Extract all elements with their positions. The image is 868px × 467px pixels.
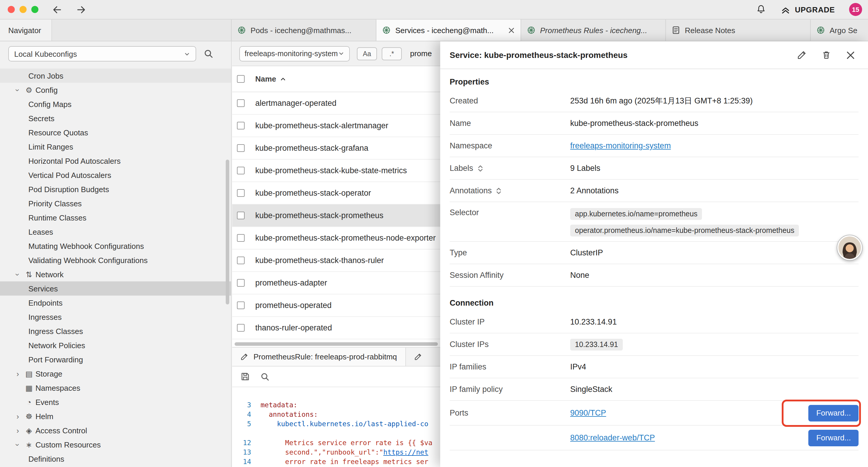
- row-checkbox[interactable]: [237, 212, 245, 219]
- sidebar-item-label: Resource Quotas: [28, 128, 88, 137]
- namespace-link[interactable]: freeleaps-monitoring-system: [570, 141, 671, 150]
- code-text: Metrics service error rate is {{ $va: [260, 438, 433, 447]
- line-number: 3: [232, 400, 260, 410]
- port-link[interactable]: 9090/TCP: [570, 408, 606, 417]
- sidebar-item-label: Ingresses: [28, 313, 62, 321]
- detail-body: Properties Created 253d 16h 6m ago (2025…: [440, 69, 868, 467]
- save-icon[interactable]: [241, 372, 250, 381]
- section-heading-properties: Properties: [450, 78, 859, 86]
- zoom-window-button[interactable]: [31, 6, 38, 13]
- sidebar-item[interactable]: Port Forwarding: [0, 352, 231, 367]
- sidebar-item[interactable]: Validating Webhook Configurations: [0, 253, 231, 267]
- row-checkbox[interactable]: [237, 324, 245, 332]
- row-checkbox[interactable]: [237, 189, 245, 197]
- sidebar-item[interactable]: ⚙ Config: [0, 83, 231, 97]
- detail-row-labels: Labels 9 Labels: [450, 157, 859, 180]
- sidebar-item[interactable]: Services: [0, 282, 231, 296]
- sidebar-item[interactable]: Mutating Webhook Configurations: [0, 239, 231, 253]
- sidebar-item[interactable]: Horizontal Pod Autoscalers: [0, 154, 231, 168]
- row-checkbox[interactable]: [237, 167, 245, 174]
- close-icon[interactable]: [846, 51, 855, 59]
- sidebar-item[interactable]: ▤ Storage: [0, 367, 231, 381]
- sidebar-item-label: Runtime Classes: [28, 213, 87, 222]
- tab-label: Release Notes: [685, 26, 735, 35]
- back-button[interactable]: [52, 4, 63, 15]
- upgrade-button[interactable]: UPGRADE: [780, 4, 835, 14]
- detail-label: Ports: [450, 408, 570, 417]
- sidebar-item[interactable]: Endpoints: [0, 296, 231, 310]
- sidebar-item-label: Storage: [35, 369, 62, 378]
- sidebar-item[interactable]: Leases: [0, 225, 231, 239]
- sidebar-item[interactable]: Network Policies: [0, 338, 231, 352]
- sidebar-item[interactable]: ▦ Namespaces: [0, 381, 231, 395]
- forward-button[interactable]: Forward...: [809, 430, 859, 446]
- notifications-bell-icon[interactable]: [756, 4, 766, 15]
- horizontal-scrollbar-thumb[interactable]: [235, 342, 438, 346]
- sidebar-item[interactable]: Runtime Classes: [0, 210, 231, 225]
- edit-icon[interactable]: [797, 50, 807, 60]
- chevron-down-icon: [338, 50, 344, 57]
- row-checkbox[interactable]: [237, 279, 245, 287]
- sidebar-item[interactable]: Secrets: [0, 111, 231, 125]
- sidebar-item[interactable]: ⇅ Network: [0, 267, 231, 282]
- sidebar-scrollbar[interactable]: [226, 159, 229, 304]
- sidebar-item-label: Namespaces: [35, 383, 80, 392]
- detail-value[interactable]: 2 Annotations: [570, 186, 859, 195]
- user-avatar[interactable]: [837, 235, 862, 260]
- tab-services[interactable]: Services - icecheng@math...: [376, 20, 521, 41]
- row-checkbox[interactable]: [237, 257, 245, 264]
- sidebar-item[interactable]: ◔ Events: [0, 395, 231, 409]
- dock-tab-prometheusrule[interactable]: PrometheusRule: freeleaps-prod-rabbitmq: [232, 348, 406, 366]
- sidebar-search-icon[interactable]: [204, 49, 213, 59]
- sidebar-item[interactable]: Cron Jobs: [0, 68, 231, 83]
- forward-button[interactable]: Forward...: [809, 405, 859, 421]
- sidebar-item[interactable]: Limit Ranges: [0, 140, 231, 154]
- sidebar-item[interactable]: Vertical Pod Autoscalers: [0, 168, 231, 182]
- sidebar-item[interactable]: Config Maps: [0, 97, 231, 111]
- sidebar-item[interactable]: ☸ Helm: [0, 409, 231, 423]
- detail-row-type: Type ClusterIP: [450, 242, 859, 264]
- expand-collapse-icon[interactable]: [477, 165, 483, 172]
- sidebar-item[interactable]: Resource Quotas: [0, 125, 231, 140]
- minimize-window-button[interactable]: [20, 6, 27, 13]
- forward-button[interactable]: [75, 4, 87, 15]
- row-checkbox[interactable]: [237, 99, 245, 107]
- detail-value: kube-prometheus-stack-prometheus: [570, 119, 859, 128]
- tab-release-notes[interactable]: Release Notes: [666, 20, 811, 41]
- sidebar-item[interactable]: Ingress Classes: [0, 324, 231, 338]
- sidebar-item[interactable]: Priority Classes: [0, 196, 231, 210]
- tab-label: Prometheus Rules - icecheng...: [540, 26, 647, 35]
- match-case-toggle[interactable]: Aa: [357, 47, 377, 60]
- tab-spacer: [52, 20, 231, 41]
- name-column-header[interactable]: Name: [255, 75, 276, 83]
- sidebar-item[interactable]: Ingresses: [0, 310, 231, 324]
- select-all-checkbox[interactable]: [237, 75, 245, 83]
- detail-row-ports: Ports 9090/TCP Forward...: [450, 401, 859, 426]
- sort-ascending-icon[interactable]: [280, 76, 286, 82]
- tab-prometheus-rules[interactable]: Prometheus Rules - icecheng...: [521, 20, 666, 41]
- close-tab-icon[interactable]: [508, 27, 515, 33]
- row-checkbox[interactable]: [237, 234, 245, 242]
- row-checkbox[interactable]: [237, 122, 245, 129]
- sidebar-item[interactable]: Pod Disruption Budgets: [0, 182, 231, 196]
- close-window-button[interactable]: [8, 6, 15, 13]
- navigator-header[interactable]: Navigator: [0, 20, 52, 41]
- port-link[interactable]: 8080:reloader-web/TCP: [570, 433, 655, 442]
- sidebar-item[interactable]: ∗ Custom Resources: [0, 437, 231, 451]
- notification-count-badge[interactable]: 15: [849, 3, 862, 16]
- editor-search-icon[interactable]: [260, 372, 270, 381]
- row-checkbox[interactable]: [237, 144, 245, 152]
- kubeconfig-selector[interactable]: Local Kubeconfigs: [8, 46, 196, 61]
- tab-pods[interactable]: Pods - icecheng@mathmas...: [231, 20, 376, 41]
- sidebar-item[interactable]: Definitions: [0, 451, 231, 466]
- tab-argo[interactable]: Argo Se: [811, 20, 868, 41]
- namespace-selector[interactable]: freeleaps-monitoring-system: [239, 46, 350, 61]
- detail-label: Selector: [450, 208, 570, 217]
- row-checkbox[interactable]: [237, 301, 245, 309]
- regex-toggle[interactable]: .*: [382, 47, 402, 60]
- sidebar-item[interactable]: ◈ Access Control: [0, 423, 231, 437]
- delete-icon[interactable]: [822, 50, 831, 60]
- expand-collapse-icon[interactable]: [496, 187, 502, 194]
- detail-row-namespace: Namespace freeleaps-monitoring-system: [450, 135, 859, 157]
- detail-value[interactable]: 9 Labels: [570, 164, 859, 173]
